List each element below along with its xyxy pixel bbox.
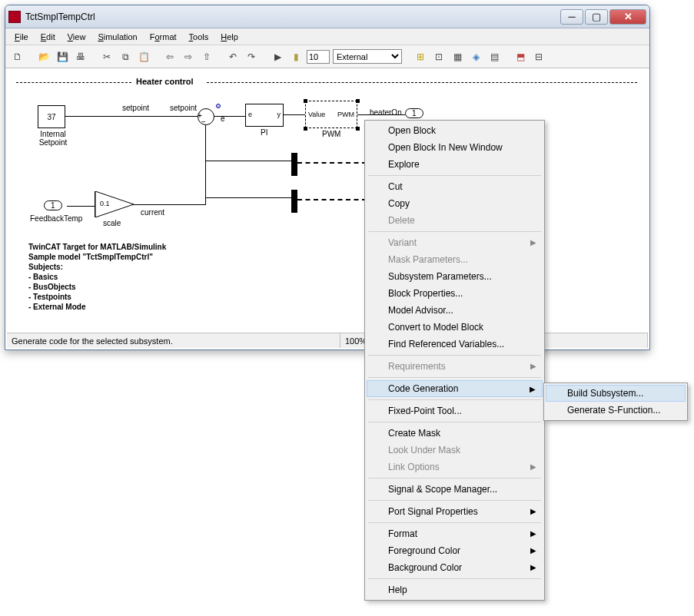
gain-block[interactable]: 0.1 — [95, 191, 133, 217]
ctx-find-refs[interactable]: Find Referenced Variables... — [367, 336, 543, 353]
stop-icon[interactable]: ▮ — [288, 49, 304, 65]
status-message: Generate code for the selected subsystem… — [7, 333, 340, 348]
ctx-look-under-mask: Look Under Mask — [367, 442, 543, 459]
ctx-mask-params: Mask Parameters... — [367, 251, 543, 268]
fwd-icon[interactable]: ⇨ — [181, 49, 196, 65]
sp-label-1: setpoint — [122, 104, 149, 112]
wire — [214, 116, 245, 117]
pi-block[interactable]: e y — [245, 104, 284, 127]
section-dash-right — [207, 82, 637, 83]
tb-icon-2[interactable]: ⊡ — [431, 49, 447, 65]
outport-1[interactable]: 1 — [405, 108, 423, 118]
play-icon[interactable]: ▶ — [270, 49, 285, 65]
constant-label: Internal Setpoint — [38, 130, 68, 147]
wire — [297, 162, 367, 164]
print-icon[interactable]: 🖶 — [73, 49, 88, 65]
sub-generate-sfunction[interactable]: Generate S-Function... — [546, 402, 686, 419]
menu-view[interactable]: View — [61, 31, 92, 43]
ctx-subsystem-params[interactable]: Subsystem Parameters... — [367, 268, 543, 285]
tb-icon-6[interactable]: ⬒ — [513, 49, 528, 65]
ctx-create-mask[interactable]: Create Mask — [367, 425, 543, 442]
wire — [133, 204, 205, 205]
ctx-variant: Variant▶ — [367, 234, 543, 251]
tb-icon-3[interactable]: ▦ — [450, 49, 465, 65]
up-icon[interactable]: ⇧ — [199, 49, 214, 65]
wire — [205, 197, 291, 198]
wire — [357, 114, 405, 115]
feedback-label: FeedbackTemp — [30, 214, 82, 223]
back-icon[interactable]: ⇦ — [162, 49, 178, 65]
sim-mode-select[interactable]: External — [333, 49, 402, 64]
ctx-link-options: Link Options▶ — [367, 459, 543, 475]
ctx-open-new-window[interactable]: Open Block In New Window — [367, 139, 543, 156]
ctx-cut[interactable]: Cut — [367, 178, 543, 195]
pwm-label: PWM — [322, 130, 340, 138]
context-menu: Open Block Open Block In New Window Expl… — [364, 120, 545, 601]
open-icon[interactable]: 📂 — [36, 49, 51, 65]
ctx-requirements: Requirements▶ — [367, 358, 543, 375]
main-window: TctSmplTempCtrl ─ ▢ ✕ File Edit View Sim… — [5, 5, 650, 350]
inport-1[interactable]: 1 — [44, 200, 62, 210]
ctx-explore[interactable]: Explore — [367, 156, 543, 173]
sub-build-subsystem[interactable]: Build Subsystem... — [546, 385, 686, 402]
maximize-button[interactable]: ▢ — [585, 9, 608, 25]
wire — [284, 114, 305, 115]
ctx-copy[interactable]: Copy — [367, 195, 543, 212]
ctx-foreground[interactable]: Foreground Color▶ — [367, 542, 543, 559]
ctx-convert-model[interactable]: Convert to Model Block — [367, 319, 543, 336]
tb-icon-1[interactable]: ⊞ — [413, 49, 428, 65]
menu-edit[interactable]: Edit — [35, 31, 61, 43]
status-bar: Generate code for the selected subsystem… — [7, 333, 648, 348]
ctx-code-generation[interactable]: Code Generation▶ — [367, 380, 543, 397]
context-submenu-codegen: Build Subsystem... Generate S-Function..… — [543, 383, 688, 421]
mux-block-1[interactable] — [291, 153, 297, 176]
paste-icon[interactable]: 📋 — [136, 49, 151, 65]
menubar: File Edit View Simulation Format Tools H… — [5, 28, 649, 45]
new-icon[interactable]: 🗋 — [10, 49, 25, 65]
pi-label: PI — [261, 128, 267, 137]
toolbar: 🗋 📂 💾 🖶 ✂ ⧉ 📋 ⇦ ⇨ ⇧ ↶ ↷ ▶ ▮ External ⊞ ⊡… — [5, 45, 649, 68]
section-title: Heater control — [136, 77, 194, 86]
ctx-model-advisor[interactable]: Model Advisor... — [367, 302, 543, 319]
gain-label: scale — [103, 219, 121, 227]
ctx-open-block[interactable]: Open Block — [367, 122, 543, 139]
ctx-fixed-point[interactable]: Fixed-Point Tool... — [367, 402, 543, 419]
pwm-block[interactable]: Value PWM — [305, 101, 357, 128]
close-button[interactable]: ✕ — [609, 9, 646, 25]
sum-block[interactable]: + − — [198, 108, 214, 125]
ctx-background[interactable]: Background Color▶ — [367, 559, 543, 576]
copy-icon[interactable]: ⧉ — [118, 49, 133, 65]
mux-block-2[interactable] — [291, 190, 297, 213]
sp-label-2: setpoint — [170, 104, 197, 112]
current-label: current — [141, 208, 164, 217]
menu-tools[interactable]: Tools — [183, 31, 215, 43]
menu-help[interactable]: Help — [214, 31, 244, 43]
app-icon — [8, 11, 21, 23]
ctx-help[interactable]: Help — [367, 581, 543, 598]
minimize-button[interactable]: ─ — [560, 9, 583, 25]
ctx-block-props[interactable]: Block Properties... — [367, 285, 543, 302]
tb-icon-7[interactable]: ⊟ — [531, 49, 546, 65]
ctx-signal-scope[interactable]: Signal & Scope Manager... — [367, 481, 543, 498]
tb-icon-4[interactable]: ◈ — [468, 49, 483, 65]
ctx-port-signal[interactable]: Port Signal Properties▶ — [367, 503, 543, 520]
cut-icon[interactable]: ✂ — [99, 49, 115, 65]
model-canvas[interactable]: Heater control 37 Internal Setpoint setp… — [7, 70, 648, 333]
ctx-format[interactable]: Format▶ — [367, 525, 543, 542]
save-icon[interactable]: 💾 — [55, 49, 70, 65]
menu-simulation[interactable]: Simulation — [91, 31, 143, 43]
menu-format[interactable]: Format — [144, 31, 183, 43]
wire — [65, 116, 198, 117]
constant-block[interactable]: 37 — [38, 105, 65, 128]
tb-icon-5[interactable]: ▤ — [486, 49, 502, 65]
notes-block: TwinCAT Target for MATLAB/SimulinkSample… — [28, 242, 166, 312]
wire — [205, 161, 291, 161]
undo-icon[interactable]: ↶ — [225, 49, 241, 65]
testpoint-icon — [216, 104, 221, 108]
menu-file[interactable]: File — [8, 31, 35, 43]
sim-time-input[interactable] — [307, 50, 330, 64]
window-title: TctSmplTempCtrl — [25, 12, 559, 22]
redo-icon[interactable]: ↷ — [244, 49, 259, 65]
titlebar[interactable]: TctSmplTempCtrl ─ ▢ ✕ — [5, 5, 649, 28]
ctx-delete: Delete — [367, 212, 543, 229]
